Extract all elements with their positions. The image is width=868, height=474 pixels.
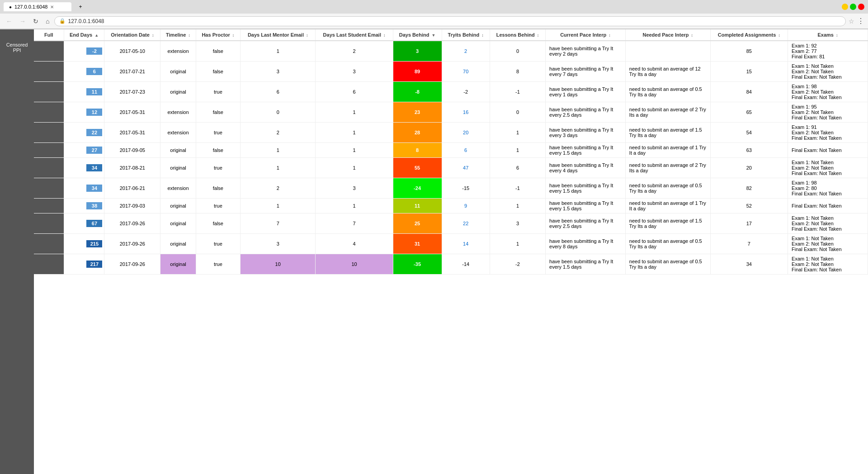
lessons-behind-cell: 1 bbox=[490, 123, 545, 143]
timeline-cell: original bbox=[160, 213, 196, 234]
sort-icon: ▲ bbox=[94, 33, 99, 38]
table-row: 2172017-09-26originaltrue1010-35-14-2hav… bbox=[34, 254, 868, 275]
days-mentor-cell: 7 bbox=[241, 213, 316, 234]
col-header-needed-pace[interactable]: Needed Pace Interp ↕ bbox=[625, 29, 710, 41]
days-mentor-cell: 1 bbox=[241, 143, 316, 158]
window-controls bbox=[842, 4, 864, 10]
end-days-cell: 217 bbox=[64, 254, 104, 275]
days-student-cell: 1 bbox=[316, 158, 393, 178]
needed-pace-cell bbox=[625, 41, 710, 62]
completed-assignments-cell: 52 bbox=[710, 199, 788, 213]
has-proctor-cell: false bbox=[196, 41, 240, 62]
bookmark-star-icon[interactable]: ☆ bbox=[849, 18, 854, 25]
tryits-behind-cell: 16 bbox=[442, 102, 490, 123]
col-header-end-days[interactable]: End Days ▲ bbox=[64, 29, 104, 41]
reload-button[interactable]: ↻ bbox=[31, 17, 41, 26]
has-proctor-cell: false bbox=[196, 178, 240, 199]
full-col-cell bbox=[34, 41, 64, 62]
sort-icon: ↕ bbox=[537, 33, 539, 38]
col-header-days-student[interactable]: Days Last Student Email ↕ bbox=[316, 29, 393, 41]
table-row: 342017-06-21extensionfalse23-24-15-1have… bbox=[34, 178, 868, 199]
maximize-button[interactable] bbox=[850, 4, 856, 10]
current-pace-cell: have been submitting a Try It every 2.5 … bbox=[546, 102, 626, 123]
timeline-cell: original bbox=[160, 158, 196, 178]
browser-chrome: ● 127.0.0.1:6048 ✕ + ← → ↻ ⌂ 🔒 127.0.0.1… bbox=[0, 0, 868, 29]
exams-cell: Exam 1: 95Exam 2: Not TakenFinal Exam: N… bbox=[788, 102, 868, 123]
days-mentor-cell: 1 bbox=[241, 41, 316, 62]
days-behind-cell: 89 bbox=[393, 62, 442, 82]
exams-cell: Exam 1: 98Exam 2: 80Final Exam: Not Take… bbox=[788, 178, 868, 199]
sort-icon: ↕ bbox=[836, 33, 838, 38]
col-header-timeline[interactable]: Timeline ↕ bbox=[160, 29, 196, 41]
end-days-cell: 6 bbox=[64, 62, 104, 82]
days-student-cell: 2 bbox=[316, 41, 393, 62]
orientation-date-cell: 2017-07-21 bbox=[104, 62, 160, 82]
has-proctor-cell: true bbox=[196, 199, 240, 213]
home-button[interactable]: ⌂ bbox=[43, 17, 52, 26]
lessons-behind-cell: -1 bbox=[490, 82, 545, 102]
days-behind-cell: 31 bbox=[393, 234, 442, 254]
col-header-completed[interactable]: Completed Assignments ↕ bbox=[710, 29, 788, 41]
col-header-days-mentor[interactable]: Days Last Mentor Email ↕ bbox=[241, 29, 316, 41]
col-header-current-pace[interactable]: Current Pace Interp ↕ bbox=[546, 29, 626, 41]
current-pace-cell: have been submitting a Try It every 8 da… bbox=[546, 234, 626, 254]
timeline-cell: extension bbox=[160, 123, 196, 143]
current-pace-cell: have been submitting a Try It every 2 da… bbox=[546, 41, 626, 62]
col-header-orientation[interactable]: Orientation Date ↕ bbox=[104, 29, 160, 41]
completed-assignments-cell: 17 bbox=[710, 213, 788, 234]
col-header-exams[interactable]: Exams ↕ bbox=[788, 29, 868, 41]
end-days-cell: 34 bbox=[64, 178, 104, 199]
completed-assignments-cell: 20 bbox=[710, 158, 788, 178]
sort-icon: ▼ bbox=[431, 33, 435, 38]
col-header-days-behind[interactable]: Days Behind ▼ bbox=[393, 29, 442, 41]
timeline-cell: extension bbox=[160, 102, 196, 123]
back-button[interactable]: ← bbox=[4, 17, 14, 26]
lessons-behind-cell: 6 bbox=[490, 158, 545, 178]
end-days-cell: 27 bbox=[64, 143, 104, 158]
end-days-cell: 67 bbox=[64, 213, 104, 234]
full-col-cell bbox=[34, 62, 64, 82]
table-body: -22017-05-10extensionfalse12320have been… bbox=[34, 41, 868, 275]
address-bar[interactable]: 🔒 127.0.0.1:6048 bbox=[54, 16, 846, 26]
days-behind-cell: 11 bbox=[393, 199, 442, 213]
data-table: Full End Days ▲ Orientation Date ↕ Timel… bbox=[34, 29, 868, 275]
completed-assignments-cell: 54 bbox=[710, 123, 788, 143]
orientation-date-cell: 2017-09-26 bbox=[104, 254, 160, 275]
minimize-button[interactable] bbox=[842, 4, 848, 10]
forward-button[interactable]: → bbox=[17, 17, 28, 26]
days-behind-cell: 3 bbox=[393, 41, 442, 62]
tab-close-button[interactable]: ✕ bbox=[50, 5, 54, 9]
exams-cell: Exam 1: Not TakenExam 2: Not TakenFinal … bbox=[788, 254, 868, 275]
end-days-cell: 11 bbox=[64, 82, 104, 102]
days-mentor-cell: 1 bbox=[241, 158, 316, 178]
col-header-tryits[interactable]: Tryits Behind ↕ bbox=[442, 29, 490, 41]
col-header-full[interactable]: Full bbox=[34, 29, 64, 41]
exams-cell: Exam 1: 92Exam 2: 77Final Exam: 81 bbox=[788, 41, 868, 62]
exams-cell: Final Exam: Not Taken bbox=[788, 143, 868, 158]
needed-pace-cell: need to submit an average of 2 Try Its a… bbox=[625, 158, 710, 178]
current-pace-cell: have been submitting a Try It every 1.5 … bbox=[546, 178, 626, 199]
orientation-date-cell: 2017-09-26 bbox=[104, 213, 160, 234]
col-header-has-proctor[interactable]: Has Proctor ↕ bbox=[196, 29, 240, 41]
table-container[interactable]: Full End Days ▲ Orientation Date ↕ Timel… bbox=[34, 29, 868, 474]
exams-cell: Final Exam: Not Taken bbox=[788, 199, 868, 213]
days-mentor-cell: 3 bbox=[241, 62, 316, 82]
full-col-cell bbox=[34, 213, 64, 234]
days-mentor-cell: 2 bbox=[241, 178, 316, 199]
days-mentor-cell: 0 bbox=[241, 102, 316, 123]
days-student-cell: 3 bbox=[316, 178, 393, 199]
col-header-lessons[interactable]: Lessons Behind ↕ bbox=[490, 29, 545, 41]
tryits-behind-cell: -14 bbox=[442, 254, 490, 275]
close-button[interactable] bbox=[858, 4, 864, 10]
browser-tab[interactable]: ● 127.0.0.1:6048 ✕ bbox=[4, 2, 71, 11]
days-student-cell: 7 bbox=[316, 213, 393, 234]
new-tab-button[interactable]: + bbox=[75, 2, 86, 11]
days-mentor-cell: 6 bbox=[241, 82, 316, 102]
orientation-date-cell: 2017-05-31 bbox=[104, 123, 160, 143]
days-student-cell: 10 bbox=[316, 254, 393, 275]
timeline-cell: original bbox=[160, 199, 196, 213]
end-days-cell: 34 bbox=[64, 158, 104, 178]
timeline-cell: original bbox=[160, 254, 196, 275]
menu-icon[interactable]: ⋮ bbox=[857, 17, 864, 25]
tryits-behind-cell: 70 bbox=[442, 62, 490, 82]
